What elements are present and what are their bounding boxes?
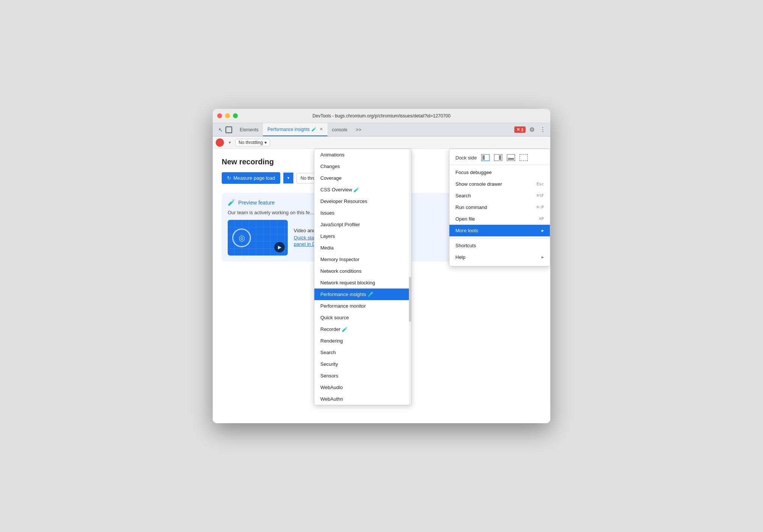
- menu-divider-2: [449, 238, 550, 238]
- open-file-item[interactable]: Open file ⌘P: [449, 213, 550, 225]
- more-tools-list: AnimationsChangesCoverageCSS Overview 🧪D…: [314, 149, 411, 405]
- maximize-button[interactable]: [233, 113, 238, 118]
- minimize-button[interactable]: [225, 113, 230, 118]
- search-item[interactable]: Search ⌘⌥F: [449, 190, 550, 201]
- tab-console[interactable]: console: [327, 123, 352, 136]
- titlebar: DevTools - bugs.chromium.org/p/chromium/…: [213, 109, 550, 123]
- help-arrow: ▶: [541, 255, 544, 260]
- preview-feature-label: Preview feature: [238, 200, 275, 206]
- run-command-shortcut: ⌘⇧P: [536, 205, 544, 210]
- error-badge[interactable]: ✕ 3: [514, 126, 526, 133]
- window-controls: [217, 113, 238, 118]
- more-tools-item-coverage[interactable]: Coverage: [314, 172, 411, 184]
- more-tools-item-layers[interactable]: Layers: [314, 230, 411, 242]
- dock-right-indicator: [499, 155, 501, 160]
- more-tools-item-search[interactable]: Search: [314, 347, 411, 358]
- show-console-shortcut: Esc: [536, 182, 544, 186]
- more-tools-item-performance-monitor[interactable]: Performance monitor: [314, 300, 411, 312]
- more-tools-item-animations[interactable]: Animations: [314, 149, 411, 161]
- tab-bar: ↖ Elements Performance insights 🧪 ✕ cons…: [213, 123, 550, 137]
- throttle-arrow-icon: ▾: [264, 140, 267, 145]
- video-thumbnail: ◎ ▶: [228, 220, 288, 255]
- dock-bottom-indicator: [508, 158, 514, 160]
- record-dropdown[interactable]: ▾: [226, 138, 233, 147]
- more-tools-item-memory-inspector[interactable]: Memory Inspector: [314, 254, 411, 265]
- measure-page-load-button[interactable]: ↻ Measure page load: [222, 172, 280, 184]
- more-tools-item-webaudio[interactable]: WebAudio: [314, 382, 411, 393]
- main-options-dropdown: Dock side: [449, 149, 550, 266]
- dock-left-indicator: [482, 155, 485, 160]
- settings-icon[interactable]: ⚙: [528, 125, 536, 134]
- dock-left-button[interactable]: [481, 154, 490, 161]
- tab-close-icon[interactable]: ✕: [320, 127, 323, 132]
- measure-dropdown-button[interactable]: ▾: [283, 173, 293, 183]
- tab-elements[interactable]: Elements: [235, 123, 263, 136]
- close-button[interactable]: [217, 113, 222, 118]
- search-shortcut: ⌘⌥F: [536, 193, 544, 198]
- dock-right-button[interactable]: [494, 154, 502, 161]
- more-tools-item-security[interactable]: Security: [314, 358, 411, 370]
- more-tools-item-rendering[interactable]: Rendering: [314, 335, 411, 347]
- more-tools-item-webauthn[interactable]: WebAuthn: [314, 393, 411, 405]
- element-picker-icon[interactable]: [225, 126, 232, 133]
- more-options-icon[interactable]: ⋮: [538, 125, 547, 134]
- error-icon: ✕: [517, 127, 520, 132]
- shortcuts-item[interactable]: Shortcuts: [449, 240, 550, 251]
- window-title: DevTools - bugs.chromium.org/p/chromium/…: [312, 113, 451, 119]
- tab-icons: ↖: [214, 123, 235, 136]
- help-item[interactable]: Help ▶: [449, 251, 550, 263]
- more-tools-item-issues[interactable]: Issues: [314, 207, 411, 219]
- record-button[interactable]: [216, 138, 224, 147]
- more-tools-item-media[interactable]: Media: [314, 242, 411, 254]
- focus-debuggee-item[interactable]: Focus debuggee: [449, 167, 550, 178]
- dock-separate-button[interactable]: [520, 154, 528, 161]
- flask-icon: 🧪: [228, 199, 235, 206]
- more-tools-item-javascript-profiler[interactable]: JavaScript Profiler: [314, 219, 411, 230]
- more-tools-item-quick-source[interactable]: Quick source: [314, 312, 411, 323]
- tab-performance-insights[interactable]: Performance insights 🧪 ✕: [263, 123, 327, 136]
- open-file-shortcut: ⌘P: [539, 216, 544, 221]
- throttle-select[interactable]: No throttling ▾: [235, 139, 270, 146]
- devtools-toolbar: ▾ No throttling ▾: [213, 137, 550, 149]
- more-tools-item-changes[interactable]: Changes: [314, 161, 411, 172]
- scrollbar-thumb[interactable]: [409, 277, 411, 322]
- run-command-item[interactable]: Run command ⌘⇧P: [449, 201, 550, 213]
- more-tools-item-network-conditions[interactable]: Network conditions: [314, 265, 411, 277]
- more-tools-item[interactable]: More tools ▶: [449, 225, 550, 236]
- menu-divider-1: [449, 165, 550, 165]
- more-tools-item-recorder[interactable]: Recorder 🧪: [314, 323, 411, 335]
- devtools-body: ↖ Elements Performance insights 🧪 ✕ cons…: [213, 123, 550, 423]
- dock-side-label: Dock side: [455, 155, 477, 161]
- more-tools-item-network-request-blocking[interactable]: Network request blocking: [314, 277, 411, 289]
- video-circle-icon: ◎: [232, 228, 251, 247]
- devtools-content: New recording ↻ Measure page load ▾ No t…: [213, 149, 550, 423]
- more-tools-dropdown: AnimationsChangesCoverageCSS Overview 🧪D…: [314, 149, 412, 405]
- scrollbar-track: [409, 149, 411, 405]
- more-tools-arrow: ▶: [541, 228, 544, 233]
- dock-side-row: Dock side: [449, 152, 550, 163]
- reload-icon: ↻: [227, 175, 231, 181]
- more-tools-item-performance-insights[interactable]: Performance insights 🧪: [314, 289, 411, 300]
- tab-right-controls: ✕ 3 ⚙ ⋮: [514, 125, 549, 134]
- dock-bottom-button[interactable]: [507, 154, 515, 161]
- more-tools-item-css-overview[interactable]: CSS Overview 🧪: [314, 184, 411, 195]
- more-tools-item-developer-resources[interactable]: Developer Resources: [314, 195, 411, 207]
- show-console-drawer-item[interactable]: Show console drawer Esc: [449, 178, 550, 190]
- cursor-icon[interactable]: ↖: [217, 126, 224, 133]
- devtools-window: DevTools - bugs.chromium.org/p/chromium/…: [213, 109, 550, 423]
- more-tools-item-sensors[interactable]: Sensors: [314, 370, 411, 382]
- more-tabs-button[interactable]: >>: [353, 127, 363, 132]
- video-play-icon[interactable]: ▶: [274, 242, 285, 252]
